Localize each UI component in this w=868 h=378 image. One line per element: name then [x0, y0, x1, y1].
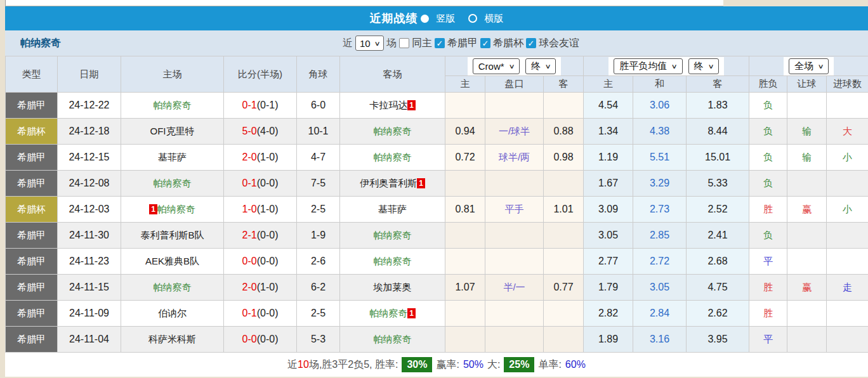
- ah-away-odds-cell: [544, 327, 584, 353]
- odds-company-select[interactable]: Crow* ∨: [473, 58, 520, 74]
- away-team-name: 基菲萨: [378, 204, 407, 214]
- fulltime-score: 0-1: [242, 100, 257, 110]
- league-cell: 希腊甲: [6, 145, 58, 171]
- ah-line-cell: [485, 249, 544, 275]
- avg-draw-odds-cell: 4.38: [633, 119, 687, 145]
- away-team-cell: 埃加莱奥: [340, 275, 445, 301]
- col-header-avg-draw: 和: [633, 76, 687, 93]
- fulltime-score: 5-0: [242, 126, 257, 136]
- goals-result-cell: 小: [827, 197, 868, 223]
- away-team-name: 帕纳察奇: [374, 126, 412, 136]
- ah-away-odds-cell: [544, 301, 584, 327]
- footer-value-2: 50%: [463, 359, 483, 370]
- table-row: 希腊甲 24-11-30 泰利普利斯B队 2-1(0-0) 1-9 帕纳察奇 3…: [6, 223, 868, 249]
- league-checkbox-greek-superleague[interactable]: ✓: [435, 38, 445, 48]
- col-header-avg-home: 主: [584, 76, 633, 93]
- result-cell: 平: [749, 249, 787, 275]
- ah-away-odds-cell: 0.88: [544, 119, 584, 145]
- halftime-score: (0-1): [257, 100, 279, 110]
- away-team-cell: 帕纳察奇: [340, 327, 445, 353]
- avg-home-odds-cell: 2.77: [584, 249, 633, 275]
- score-cell: 0-1(0-1): [224, 93, 297, 119]
- goals-result-cell: [827, 93, 868, 119]
- date-cell: 24-12-22: [58, 93, 121, 119]
- filter-bar: 帕纳察奇 近 10 ∨ 场 同主 ✓ 希腊甲 ✓ 希腊杯 ✓ 球会友谊: [5, 30, 868, 56]
- league-checkbox-greek-cup[interactable]: ✓: [480, 38, 490, 48]
- same-home-label[interactable]: 同主: [412, 37, 432, 50]
- recent-matches-table: 类型 日期 主场 比分(半场) 角球 客场 Crow* ∨ 终 ∨: [5, 56, 868, 353]
- chevron-down-icon: ∨: [707, 63, 714, 70]
- away-team-cell: 帕纳察奇: [340, 249, 445, 275]
- team-name: 帕纳察奇: [20, 37, 61, 50]
- away-team-name: 帕纳察奇: [374, 152, 412, 162]
- result-cell: 负: [749, 119, 787, 145]
- col-header-result: 胜负: [749, 76, 787, 93]
- fulltime-score: 2-0: [242, 152, 257, 162]
- vertical-layout-label[interactable]: 竖版: [437, 13, 456, 25]
- date-cell: 24-11-04: [58, 327, 121, 353]
- home-team-cell: 泰利普利斯B队: [121, 223, 224, 249]
- goals-result-cell: 走: [827, 275, 868, 301]
- ah-away-odds-cell: [544, 93, 584, 119]
- table-row: 希腊甲 24-11-15 帕纳察奇 2-0(1-0) 6-2 埃加莱奥 1.07…: [6, 275, 868, 301]
- same-home-checkbox[interactable]: [399, 38, 409, 48]
- home-team-name: 基菲萨: [158, 152, 187, 162]
- goals-result-cell: 大: [827, 119, 868, 145]
- vertical-layout-radio[interactable]: [421, 15, 429, 23]
- home-team-cell: 帕纳察奇: [121, 171, 224, 197]
- league-label-club-friendly[interactable]: 球会友谊: [539, 37, 579, 50]
- col-header-goals: 进球数: [827, 76, 868, 93]
- league-checkbox-club-friendly[interactable]: ✓: [526, 38, 536, 48]
- ah-line-cell: [485, 223, 544, 249]
- result-cell: 平: [749, 327, 787, 353]
- odds-time-value-2: 终: [694, 60, 704, 72]
- avg-home-odds-cell: 1.19: [584, 145, 633, 171]
- odds-time-select-2[interactable]: 终 ∨: [688, 58, 719, 74]
- league-cell: 希腊甲: [6, 93, 58, 119]
- home-team-name: 帕纳察奇: [157, 204, 195, 214]
- handicap-dropdown-group: Crow* ∨ 终 ∨: [445, 56, 584, 76]
- avg-home-odds-cell: 1.67: [584, 171, 633, 197]
- score-cell: 0-0(0-0): [224, 327, 297, 353]
- halftime-score: (0-0): [257, 256, 279, 266]
- avg-away-odds-cell: 1.83: [687, 93, 749, 119]
- avg-home-odds-cell: 3.05: [584, 223, 633, 249]
- table-row: 希腊甲 24-11-23 AEK雅典B队 0-0(0-0) 2-6 帕纳察奇 2…: [6, 249, 868, 275]
- goals-result-cell: [827, 223, 868, 249]
- handicap-result-cell: 输: [787, 119, 827, 145]
- avg-type-select[interactable]: 胜平负均值 ∨: [614, 58, 682, 74]
- recent-results-panel: 近期战绩 竖版 横版 帕纳察奇 近 10 ∨ 场 同主 ✓ 希腊甲 ✓ 希腊杯 …: [5, 6, 868, 377]
- result-cell: 负: [749, 145, 787, 171]
- corner-cell: 7-5: [297, 171, 340, 197]
- col-header-type: 类型: [6, 56, 58, 93]
- match-count-select[interactable]: 10 ∨: [355, 36, 384, 51]
- away-team-cell: 帕纳察奇1: [340, 301, 445, 327]
- scope-value: 全场: [794, 60, 813, 72]
- ah-home-odds-cell: [445, 171, 485, 197]
- corner-cell: 2-5: [297, 197, 340, 223]
- table-row: 希腊杯 24-12-03 1帕纳察奇 1-0(1-0) 2-5 基菲萨 0.81…: [6, 197, 868, 223]
- fulltime-score: 2-0: [242, 282, 257, 292]
- date-cell: 24-11-09: [58, 301, 121, 327]
- goals-result-cell: 小: [827, 145, 868, 171]
- page-top-strip: [5, 0, 723, 6]
- halftime-score: (0-0): [257, 308, 279, 318]
- horizontal-layout-radio[interactable]: [468, 14, 477, 23]
- rank-badge: 1: [407, 308, 416, 318]
- league-label-greek-superleague[interactable]: 希腊甲: [447, 37, 478, 50]
- odds-time-select-1[interactable]: 终 ∨: [525, 58, 556, 74]
- avg-draw-odds-cell: 2.73: [633, 197, 687, 223]
- win-rate-badge: 30%: [402, 357, 432, 372]
- ah-home-odds-cell: 1.07: [445, 275, 485, 301]
- halftime-score: (1-0): [257, 204, 279, 214]
- horizontal-layout-label[interactable]: 横版: [485, 13, 504, 25]
- fulltime-score: 0-0: [242, 334, 257, 344]
- corner-cell: 10-1: [297, 119, 340, 145]
- league-label-greek-cup[interactable]: 希腊杯: [493, 37, 523, 50]
- away-team-name: 伊利奥普利斯: [360, 178, 417, 188]
- handicap-result-cell: [787, 223, 827, 249]
- ah-home-odds-cell: [445, 249, 485, 275]
- odds-company-value: Crow*: [478, 61, 504, 72]
- scope-select[interactable]: 全场 ∨: [789, 58, 829, 74]
- handicap-result-cell: [787, 327, 827, 353]
